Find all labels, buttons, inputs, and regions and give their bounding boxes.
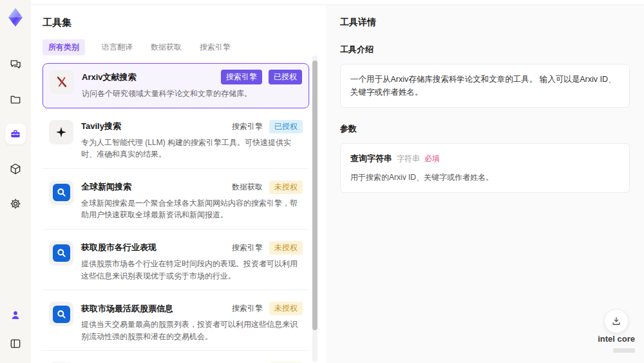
tool-status-badge: 已授权 xyxy=(269,120,303,133)
tool-description: 专为人工智能代理 (LLM) 构建的搜索引擎工具。可快速提供实时、准确和真实的结… xyxy=(81,137,303,161)
page-title: 工具集 xyxy=(43,17,321,29)
sidebar-item-user[interactable] xyxy=(5,305,26,326)
tool-icon xyxy=(49,181,73,205)
tool-description: 提供股票市场各个行业在特定时间段内的表现。投资者可以利用这些信息来识别表现优于或… xyxy=(81,258,303,282)
download-icon xyxy=(611,315,622,327)
sidebar-footer xyxy=(5,305,26,354)
sidebar-item-packages[interactable] xyxy=(5,159,26,179)
tool-status-badge: 未授权 xyxy=(269,302,303,315)
intel-core-logo: intel core xyxy=(598,334,635,355)
tool-name: 全球新闻搜索 xyxy=(81,181,131,193)
user-icon xyxy=(9,309,22,322)
sidebar-item-files[interactable] xyxy=(5,89,26,110)
tool-status-badge: 未授权 xyxy=(269,241,303,255)
arxiv-logo-icon xyxy=(55,75,69,89)
folder-icon xyxy=(9,93,22,106)
tab-2[interactable]: 数据获取 xyxy=(149,39,183,55)
download-button[interactable] xyxy=(604,309,629,333)
tool-description: 访问各个研究领域大量科学论文和文章的存储库。 xyxy=(82,88,302,100)
sidebar-item-settings[interactable] xyxy=(5,193,26,214)
tab-1[interactable]: 语言翻译 xyxy=(100,39,134,55)
tool-icon xyxy=(49,120,73,144)
scrollbar-thumb[interactable] xyxy=(312,61,317,330)
tool-card-5[interactable]: 万维地区新闻查询 搜索引擎 未授权 查询具体行政区划内的新闻，快速了解各地新闻动 xyxy=(43,357,309,363)
sidebar-item-tools[interactable] xyxy=(5,124,26,144)
intro-heading: 工具介绍 xyxy=(340,44,630,55)
sparkle-icon xyxy=(55,126,68,139)
toolbox-icon xyxy=(9,128,22,141)
search-icon xyxy=(53,244,70,262)
search-icon xyxy=(53,306,70,323)
tab-3[interactable]: 搜索引擎 xyxy=(198,39,232,55)
tool-card-1[interactable]: Tavily搜索 搜索引擎 已授权 专为人工智能代理 (LLM) 构建的搜索引擎… xyxy=(43,114,309,169)
param-box: 查询字符串 字符串 必填 用于搜索的Arxiv ID、关键字或作者姓名。 xyxy=(340,143,630,193)
tool-name: Tavily搜索 xyxy=(81,121,121,132)
param-type: 字符串 xyxy=(397,153,420,165)
param-required-badge: 必填 xyxy=(424,153,440,165)
sidebar-item-chat[interactable] xyxy=(5,54,26,75)
list-scrollbar xyxy=(312,55,317,362)
tool-card-2[interactable]: 全球新闻搜索 数据获取 未授权 全球新闻搜索是一个聚合全球各大新闻网站内容的搜索… xyxy=(43,175,309,230)
params-heading: 参数 xyxy=(340,123,630,135)
panel-toggle-icon xyxy=(9,337,22,350)
toolset-panel: 工具集 所有类别语言翻译数据获取搜索引擎 Arxiv文献搜索 搜索引擎 已授权 … xyxy=(31,5,321,363)
left-sidebar xyxy=(0,0,31,363)
tool-description: 提供当天交易量最高的股票列表，投资者可以利用这些信息来识别流动性强的股票和潜在的… xyxy=(81,319,303,342)
tool-status-badge: 未授权 xyxy=(269,181,303,194)
tool-category-badge: 搜索引擎 xyxy=(221,70,262,84)
tool-status-badge: 已授权 xyxy=(269,70,302,84)
sidebar-item-collapse[interactable] xyxy=(5,333,26,354)
tool-name: Arxiv文献搜索 xyxy=(82,72,137,83)
tool-category-badge: 数据获取 xyxy=(232,182,263,193)
search-icon xyxy=(53,184,70,201)
tool-name: 获取股市各行业表现 xyxy=(81,242,156,253)
param-description: 用于搜索的Arxiv ID、关键字或作者姓名。 xyxy=(350,172,620,184)
brand-text: intel core xyxy=(598,334,635,344)
tool-detail-panel: 工具详情 工具介绍 一个用于从Arxiv存储库搜索科学论文和文章的工具。 输入可… xyxy=(326,5,644,363)
tool-category-badge: 搜索引擎 xyxy=(232,121,263,132)
category-tabs: 所有类别语言翻译数据获取搜索引擎 xyxy=(43,39,321,55)
sidebar-nav xyxy=(5,54,26,214)
brand-ultra-bar xyxy=(613,348,635,353)
intro-box: 一个用于从Arxiv存储库搜索科学论文和文章的工具。 输入可以是Arxiv ID… xyxy=(340,64,630,108)
app-logo-icon xyxy=(5,6,26,28)
tab-0[interactable]: 所有类别 xyxy=(43,39,85,55)
tool-card-4[interactable]: 获取市场最活跃股票信息 搜索引擎 未授权 提供当天交易量最高的股票列表，投资者可… xyxy=(43,296,309,351)
detail-title: 工具详情 xyxy=(340,17,630,28)
tool-icon xyxy=(49,241,73,266)
tool-icon xyxy=(50,70,74,94)
tool-list: Arxiv文献搜索 搜索引擎 已授权 访问各个研究领域大量科学论文和文章的存储库… xyxy=(43,63,309,363)
tool-icon xyxy=(49,302,73,326)
tool-card-3[interactable]: 获取股市各行业表现 搜索引擎 未授权 提供股票市场各个行业在特定时间段内的表现。… xyxy=(43,235,309,290)
chat-icon xyxy=(9,58,22,71)
tool-category-badge: 搜索引擎 xyxy=(232,242,263,253)
tool-description: 全球新闻搜索是一个聚合全球各大新闻网站内容的搜索引擎，帮助用户快速获取全球最新资… xyxy=(81,197,303,221)
tool-category-badge: 搜索引擎 xyxy=(232,303,263,314)
tool-card-0[interactable]: Arxiv文献搜索 搜索引擎 已授权 访问各个研究领域大量科学论文和文章的存储库… xyxy=(43,63,309,108)
cube-icon xyxy=(9,162,22,175)
tool-name: 获取市场最活跃股票信息 xyxy=(81,303,173,315)
param-name: 查询字符串 xyxy=(350,152,392,166)
settings-gear-icon xyxy=(9,197,22,210)
